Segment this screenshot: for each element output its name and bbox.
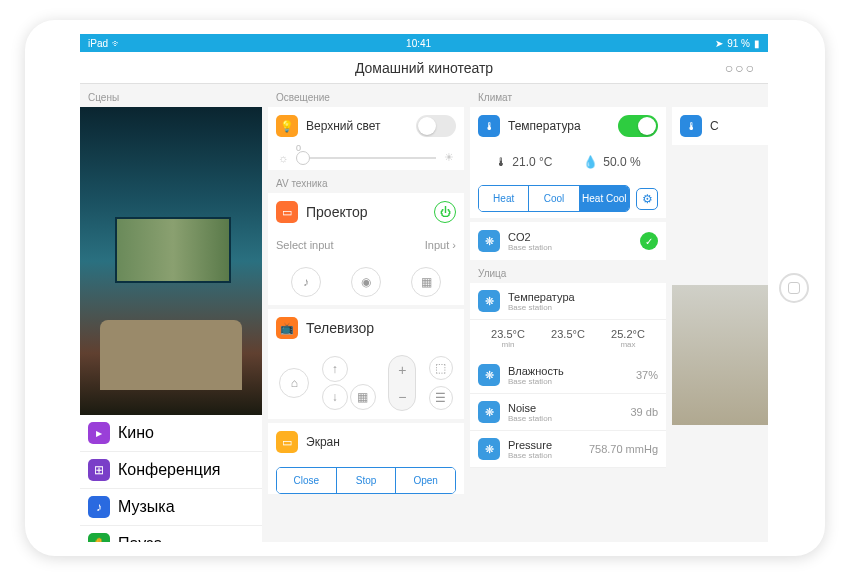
light-label: Верхний свет: [306, 119, 408, 133]
tv-up-button[interactable]: ↑: [322, 356, 348, 382]
conference-icon: ⊞: [88, 459, 110, 481]
screen-stop-button[interactable]: Stop: [337, 468, 397, 493]
mode-cool-button[interactable]: Cool: [529, 186, 579, 211]
more-icon[interactable]: ○○○: [725, 60, 756, 76]
wifi-icon: ᯤ: [112, 38, 122, 49]
lighting-title: Освещение: [268, 88, 464, 107]
lighting-av-column: Освещение 💡 Верхний свет ☼ 0 ☀: [268, 88, 464, 542]
tv-label: Телевизор: [306, 320, 456, 336]
projector-row: ▭ Проектор ⏻: [268, 193, 464, 231]
tv-home-button[interactable]: ⌂: [279, 368, 309, 398]
status-time: 10:41: [406, 38, 431, 49]
tv-rec-button[interactable]: ⬚: [429, 356, 453, 380]
home-button[interactable]: [779, 273, 809, 303]
movie-icon: ▸: [88, 422, 110, 444]
tv-down-button[interactable]: ↓: [322, 384, 348, 410]
projector-icon: ▭: [276, 201, 298, 223]
scene-image: [80, 107, 262, 415]
co2-row[interactable]: ❋ CO2Base station ✓: [470, 222, 666, 260]
source-music-button[interactable]: ♪: [291, 267, 321, 297]
screen-row: ▭ Экран: [268, 423, 464, 461]
extra-image: [672, 285, 768, 425]
source-media-button[interactable]: ▦: [411, 267, 441, 297]
extra-icon: 🌡: [680, 115, 702, 137]
humidity-icon: ❋: [478, 364, 500, 386]
co2-label: CO2: [508, 231, 632, 243]
climate-settings-button[interactable]: ⚙: [636, 188, 658, 210]
tv-volume[interactable]: +−: [388, 355, 416, 411]
screen-icon: ▭: [276, 431, 298, 453]
tv-menu-button[interactable]: ▦: [350, 384, 376, 410]
check-icon: ✓: [640, 232, 658, 250]
extra-column: 🌡 C: [672, 88, 768, 542]
scene-item-music[interactable]: ♪ Музыка: [80, 489, 262, 526]
music-icon: ♪: [88, 496, 110, 518]
screen-close-button[interactable]: Close: [277, 468, 337, 493]
brightness-high-icon: ☀: [444, 151, 454, 164]
brightness-low-icon: ☼: [278, 152, 288, 164]
device-label: iPad: [88, 38, 108, 49]
pause-icon: ✋: [88, 533, 110, 542]
humidity-value: 50.0 %: [603, 155, 640, 169]
temp-row: 🌡 Температура: [470, 107, 666, 145]
scene-item-movie[interactable]: ▸ Кино: [80, 415, 262, 452]
scenes-title: Сцены: [80, 88, 262, 107]
thermometer-small-icon: 🌡: [495, 155, 507, 169]
av-title: AV техника: [268, 174, 464, 193]
page-title: Домашний кинотеатр: [355, 60, 493, 76]
screen-open-button[interactable]: Open: [396, 468, 455, 493]
title-bar: Домашний кинотеатр ○○○: [80, 52, 768, 84]
tablet-frame: iPad ᯤ 10:41 ➤ 91 % ▮ Домашний кинотеатр…: [25, 20, 825, 556]
input-select-row[interactable]: Select input Input ›: [268, 231, 464, 259]
pressure-row[interactable]: ❋ PressureBase station 758.70 mmHg: [470, 431, 666, 468]
status-bar: iPad ᯤ 10:41 ➤ 91 % ▮: [80, 34, 768, 52]
noise-icon: ❋: [478, 401, 500, 423]
battery-text: 91 %: [727, 38, 750, 49]
scene-label: Музыка: [118, 498, 175, 516]
tv-list-button[interactable]: ☰: [429, 386, 453, 410]
climate-column: Климат 🌡 Температура 🌡21.0 °C 💧50.0 % He…: [470, 88, 666, 542]
droplet-icon: 💧: [583, 155, 598, 169]
source-disc-button[interactable]: ◉: [351, 267, 381, 297]
chevron-right-icon: ›: [452, 239, 456, 251]
projector-label: Проектор: [306, 204, 426, 220]
brightness-slider[interactable]: 0: [296, 157, 436, 159]
battery-icon: ▮: [754, 38, 760, 49]
screen: iPad ᯤ 10:41 ➤ 91 % ▮ Домашний кинотеатр…: [80, 34, 768, 542]
scene-label: Пауза: [118, 535, 162, 542]
climate-title: Климат: [470, 88, 666, 107]
temp-label: Температура: [508, 119, 610, 133]
scenes-column: Сцены ▸ Кино ⊞ Конференция ♪ Музыка: [80, 88, 262, 542]
scene-label: Кино: [118, 424, 154, 442]
tv-row: 📺 Телевизор: [268, 309, 464, 347]
outdoor-temp-icon: ❋: [478, 290, 500, 312]
outdoor-title: Улица: [470, 264, 666, 283]
tv-icon: 📺: [276, 317, 298, 339]
screen-buttons: Close Stop Open: [276, 467, 456, 494]
light-toggle[interactable]: [416, 115, 456, 137]
climate-toggle[interactable]: [618, 115, 658, 137]
thermometer-icon: 🌡: [478, 115, 500, 137]
location-icon: ➤: [715, 38, 723, 49]
scene-label: Конференция: [118, 461, 221, 479]
main-light-row: 💡 Верхний свет: [268, 107, 464, 145]
scene-item-pause[interactable]: ✋ Пауза: [80, 526, 262, 542]
pressure-icon: ❋: [478, 438, 500, 460]
light-icon: 💡: [276, 115, 298, 137]
noise-row[interactable]: ❋ NoiseBase station 39 db: [470, 394, 666, 431]
projector-power[interactable]: ⏻: [434, 201, 456, 223]
screen-label: Экран: [306, 435, 456, 449]
scene-item-conference[interactable]: ⊞ Конференция: [80, 452, 262, 489]
extra-row[interactable]: 🌡 C: [672, 107, 768, 145]
outdoor-temp-row[interactable]: ❋ ТемператураBase station: [470, 283, 666, 320]
input-label: Select input: [276, 239, 333, 251]
mode-heatcool-button[interactable]: Heat Cool: [580, 186, 629, 211]
mode-heat-button[interactable]: Heat: [479, 186, 529, 211]
content: Сцены ▸ Кино ⊞ Конференция ♪ Музыка: [80, 84, 768, 542]
co2-icon: ❋: [478, 230, 500, 252]
temp-value: 21.0 °C: [512, 155, 552, 169]
humidity-row[interactable]: ❋ ВлажностьBase station 37%: [470, 357, 666, 394]
